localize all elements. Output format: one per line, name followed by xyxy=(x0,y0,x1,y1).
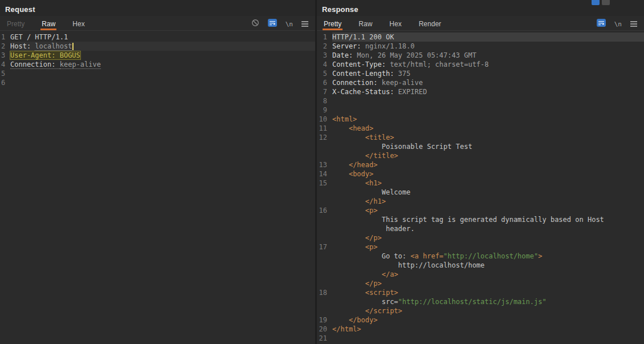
request-tab-pretty[interactable]: Pretty xyxy=(6,16,26,30)
line-number xyxy=(317,297,327,306)
line-number: 1 xyxy=(0,33,7,42)
request-tab-raw[interactable]: Raw xyxy=(40,16,56,30)
code-line[interactable]: 15 <h1> xyxy=(317,179,644,188)
code-line[interactable]: 5Content-Length: 375 xyxy=(317,69,644,78)
no-highlight-icon[interactable] xyxy=(251,19,259,29)
code-text: Connection: keep-alive xyxy=(332,78,644,87)
line-number: 16 xyxy=(317,206,327,215)
code-line[interactable]: </a> xyxy=(317,270,644,279)
code-text: </head> xyxy=(332,160,644,169)
panel-maximize-icon[interactable] xyxy=(592,0,600,5)
response-tab-pretty[interactable]: Pretty xyxy=(323,16,343,30)
code-line[interactable]: Poisonable Script Test xyxy=(317,142,644,151)
response-panel-title: Response xyxy=(322,5,358,14)
code-line[interactable]: </p> xyxy=(317,279,644,288)
code-text: http://localhost/home xyxy=(332,261,644,270)
code-line[interactable]: 9 xyxy=(317,106,644,115)
code-line[interactable]: 12 <title> xyxy=(317,133,644,142)
code-text: Server: nginx/1.18.0 xyxy=(332,42,644,51)
soft-wrap-icon[interactable] xyxy=(268,19,277,29)
code-text: <h1> xyxy=(332,179,644,188)
code-line[interactable]: 3User-Agent: BOGUS xyxy=(0,51,315,60)
code-line[interactable]: 19 </body> xyxy=(317,315,644,325)
request-editor[interactable]: 1GET / HTTP/1.12Host: localhost3User-Age… xyxy=(0,31,315,344)
code-line[interactable]: 18 <script> xyxy=(317,288,644,297)
code-line[interactable]: http://localhost/home xyxy=(317,261,644,270)
code-line[interactable]: 16 <p> xyxy=(317,206,644,215)
code-line[interactable]: 7X-Cache-Status: EXPIRED xyxy=(317,87,644,96)
code-line[interactable]: Welcome xyxy=(317,188,644,197)
code-line[interactable]: 3Date: Mon, 26 May 2025 05:47:43 GMT xyxy=(317,51,644,60)
code-text: GET / HTTP/1.1 xyxy=(10,33,315,42)
response-tab-tools: \n xyxy=(597,19,637,29)
code-text: </title> xyxy=(332,151,644,160)
code-text: Content-Type: text/html; charset=utf-8 xyxy=(332,60,644,69)
line-number: 12 xyxy=(317,133,327,142)
request-tab-tools: \n xyxy=(251,19,308,29)
code-text: </body> xyxy=(332,315,644,325)
panel-restore-icon[interactable] xyxy=(602,0,610,5)
show-newlines-icon[interactable]: \n xyxy=(286,21,293,28)
code-line[interactable]: This script tag is generated dynamically… xyxy=(317,215,644,224)
code-text: <head> xyxy=(332,124,644,133)
code-line[interactable]: 6Connection: keep-alive xyxy=(317,78,644,87)
code-line[interactable]: 14 <body> xyxy=(317,169,644,179)
code-line[interactable]: 2Host: localhost xyxy=(0,42,315,51)
line-number: 19 xyxy=(317,315,327,325)
response-tab-hex[interactable]: Hex xyxy=(388,16,402,30)
request-panel: Request Pretty Raw Hex xyxy=(0,0,315,344)
code-text: <p> xyxy=(332,242,644,252)
code-text: </h1> xyxy=(332,197,644,206)
code-line[interactable]: </script> xyxy=(317,306,644,315)
line-number: 2 xyxy=(317,42,327,51)
code-line[interactable]: 8 xyxy=(317,96,644,106)
code-line[interactable]: </h1> xyxy=(317,197,644,206)
code-line[interactable]: src="http://localhost/static/js/main.js" xyxy=(317,297,644,306)
code-line[interactable]: 5 xyxy=(0,69,315,78)
soft-wrap-icon[interactable] xyxy=(597,19,606,29)
line-number: 8 xyxy=(317,96,327,106)
code-line[interactable]: 1GET / HTTP/1.1 xyxy=(0,33,315,42)
code-text: User-Agent: BOGUS xyxy=(10,51,315,60)
code-text: Go to: <a href="http://localhost/home"> xyxy=(332,252,644,261)
line-number: 3 xyxy=(317,51,327,60)
line-number: 20 xyxy=(317,325,327,334)
code-line[interactable]: 10<html> xyxy=(317,115,644,124)
line-number: 13 xyxy=(317,160,327,169)
code-line[interactable]: Go to: <a href="http://localhost/home"> xyxy=(317,252,644,261)
line-number: 1 xyxy=(317,33,327,42)
line-number: 5 xyxy=(0,69,7,78)
code-text: Poisonable Script Test xyxy=(332,142,644,151)
code-line[interactable]: 11 <head> xyxy=(317,124,644,133)
code-line[interactable]: 6 xyxy=(0,78,315,87)
line-number xyxy=(317,224,327,233)
code-line[interactable]: 21 xyxy=(317,334,644,343)
code-line[interactable]: 4Content-Type: text/html; charset=utf-8 xyxy=(317,60,644,69)
code-text: <p> xyxy=(332,206,644,215)
line-number xyxy=(317,306,327,315)
line-number xyxy=(317,279,327,288)
code-text xyxy=(10,78,315,87)
code-line[interactable]: 1HTTP/1.1 200 OK xyxy=(317,33,644,42)
code-line[interactable]: 2Server: nginx/1.18.0 xyxy=(317,42,644,51)
code-line[interactable]: 17 <p> xyxy=(317,242,644,252)
line-number: 10 xyxy=(317,115,327,124)
editor-menu-icon[interactable] xyxy=(301,21,308,27)
line-number: 14 xyxy=(317,169,327,179)
line-number: 4 xyxy=(317,60,327,69)
response-tab-raw[interactable]: Raw xyxy=(357,16,373,30)
code-text xyxy=(332,96,644,106)
code-line[interactable]: 13 </head> xyxy=(317,160,644,169)
request-panel-header: Request xyxy=(0,0,315,16)
code-line[interactable]: 20</html> xyxy=(317,325,644,334)
code-line[interactable]: header. xyxy=(317,224,644,233)
request-tab-hex[interactable]: Hex xyxy=(71,16,85,30)
code-line[interactable]: </p> xyxy=(317,233,644,242)
code-text: Date: Mon, 26 May 2025 05:47:43 GMT xyxy=(332,51,644,60)
code-line[interactable]: 4Connection: keep-alive xyxy=(0,60,315,69)
response-tab-render[interactable]: Render xyxy=(418,16,442,30)
show-newlines-icon[interactable]: \n xyxy=(614,21,622,28)
response-editor[interactable]: 1HTTP/1.1 200 OK2Server: nginx/1.18.03Da… xyxy=(317,31,644,344)
editor-menu-icon[interactable] xyxy=(630,21,637,27)
code-line[interactable]: </title> xyxy=(317,151,644,160)
